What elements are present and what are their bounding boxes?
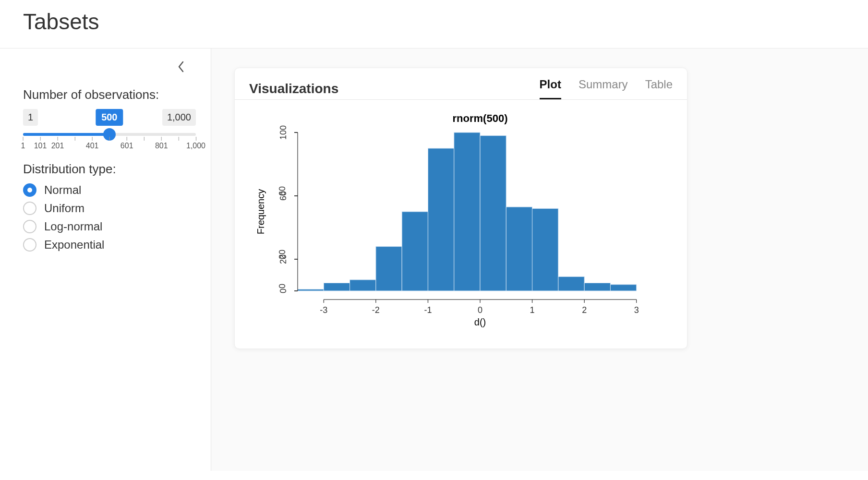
visualizations-card: Visualizations PlotSummaryTable rnorm(50… <box>234 68 687 349</box>
radio-label: Exponential <box>44 238 104 252</box>
dist-radio-norm[interactable]: Normal <box>23 183 188 197</box>
radio-dot-icon <box>23 238 36 252</box>
chart-title: rnorm(500) <box>453 112 508 124</box>
y-tick-label: 100 <box>278 125 288 140</box>
slider-tick: 1,000 <box>186 137 205 150</box>
slider-max-badge: 1,000 <box>162 109 196 126</box>
slider-tick: 401 <box>86 137 99 150</box>
slider-track[interactable] <box>23 133 196 136</box>
x-tick-label: -3 <box>320 305 327 315</box>
card-title: Visualizations <box>249 81 338 96</box>
page-title: Tabsets <box>23 9 845 35</box>
dist-radio-unif[interactable]: Uniform <box>23 202 188 215</box>
plot-panel: rnorm(500)0206002060100-3-2-10123d()Freq… <box>235 100 687 348</box>
y-tick-label: 0 <box>277 284 287 288</box>
dist-radio-group: NormalUniformLog-normalExponential <box>23 183 188 252</box>
slider-tick: . <box>178 137 180 150</box>
histogram-bar <box>298 289 324 291</box>
obs-slider[interactable]: 1 500 1,000 1101201.401.601.801.1,000 <box>23 109 196 151</box>
histogram-chart: rnorm(500)0206002060100-3-2-10123d()Freq… <box>245 108 677 334</box>
x-tick-label: 1 <box>530 305 535 315</box>
x-tick-label: 2 <box>582 305 587 315</box>
radio-dot-icon <box>23 202 36 215</box>
dist-radio-exp[interactable]: Exponential <box>23 238 188 252</box>
x-tick-label: 0 <box>478 305 482 315</box>
histogram-bar <box>506 207 532 291</box>
tab-plot[interactable]: Plot <box>540 78 561 99</box>
histogram-bar <box>350 280 376 291</box>
histogram-bar <box>428 148 454 291</box>
slider-fill <box>23 133 109 136</box>
dist-label: Distribution type: <box>23 162 188 177</box>
histogram-bar <box>454 132 480 291</box>
y-tick-label: 0 <box>278 288 288 293</box>
radio-label: Normal <box>44 183 81 197</box>
slider-value-badge: 500 <box>96 109 123 126</box>
slider-tick: . <box>143 137 145 150</box>
sidebar: Number of observations: 1 500 1,000 1101… <box>0 48 211 471</box>
x-tick-label: -1 <box>424 305 432 315</box>
slider-tick: . <box>108 137 110 150</box>
histogram-bar <box>558 276 584 291</box>
sidebar-collapse-button[interactable] <box>174 58 188 77</box>
histogram-bar <box>324 283 350 291</box>
radio-label: Log-normal <box>44 220 102 233</box>
chevron-left-icon <box>176 68 186 75</box>
histogram-bar <box>610 285 636 291</box>
y-tick-label: 20 <box>278 254 288 264</box>
slider-tick: 601 <box>121 137 133 150</box>
x-tick-label: 3 <box>634 305 639 315</box>
histogram-bar <box>376 247 402 291</box>
radio-dot-icon <box>23 183 36 197</box>
tab-table[interactable]: Table <box>645 78 673 99</box>
slider-tick: 1 <box>21 137 25 150</box>
radio-label: Uniform <box>44 202 84 215</box>
slider-min-badge: 1 <box>23 109 38 126</box>
radio-dot-icon <box>23 220 36 233</box>
x-tick-label: -2 <box>372 305 380 315</box>
slider-tick: 801 <box>155 137 168 150</box>
y-tick-label: 60 <box>278 191 288 201</box>
y-axis-label: Frequency <box>255 189 266 235</box>
main-area: Visualizations PlotSummaryTable rnorm(50… <box>211 48 868 471</box>
tab-summary[interactable]: Summary <box>579 78 628 99</box>
x-axis-label: d() <box>474 317 486 327</box>
slider-ticks: 1101201.401.601.801.1,000 <box>23 137 196 151</box>
histogram-bar <box>480 136 506 291</box>
slider-tick: 201 <box>51 137 64 150</box>
histogram-bar <box>584 283 610 291</box>
dist-radio-lnorm[interactable]: Log-normal <box>23 220 188 233</box>
histogram-bar <box>532 208 558 291</box>
slider-tick: . <box>74 137 76 150</box>
histogram-bar <box>402 212 428 291</box>
slider-tick: 101 <box>34 137 47 150</box>
obs-label: Number of observations: <box>23 87 188 102</box>
tabset: PlotSummaryTable <box>540 78 673 99</box>
